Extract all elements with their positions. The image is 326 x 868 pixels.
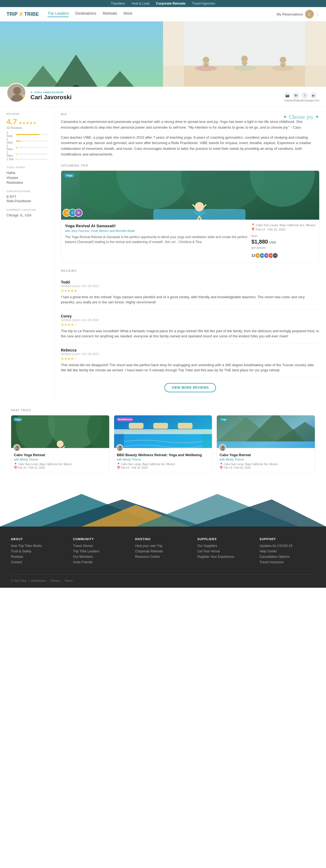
nav-links: Trip Leaders Destinations Retreats More <box>47 11 276 17</box>
content-area: Bio ✦ Choose joy ✦ Cassandra is an exper… <box>54 107 326 403</box>
reviewer-meta-3: Verified Guest • Oct 28 2019 <box>61 352 320 355</box>
calendar-icon: 📅 <box>251 228 255 231</box>
logo[interactable]: TRIP X TRIBE <box>6 11 39 17</box>
trip-hosts: with Joey Pecchia, Cindy Menten and Mich… <box>65 229 248 232</box>
calendar-icon-3: 📅 <box>220 466 223 469</box>
bar-fill-4 <box>16 141 21 142</box>
review-1: Todd Verified Guest • Oct 28 2019 ★★★★★ … <box>61 276 320 310</box>
trip-price: $1,880 <box>251 239 268 245</box>
trip-info: Yoga Revival At Samasati! with Joey Pecc… <box>65 223 248 258</box>
footer-about-title: ABOUT <box>11 537 67 541</box>
footer-invite-friends[interactable]: Invite Friends <box>73 560 129 564</box>
topbar-host[interactable]: Host & Lead <box>131 2 150 5</box>
svg-point-84 <box>119 446 122 448</box>
hero-side-images <box>163 22 326 87</box>
footer-cancellation[interactable]: Cancellation Options <box>259 555 315 559</box>
svg-point-31 <box>203 57 209 63</box>
bar-2star: 2 Stars <box>6 151 47 157</box>
rating-stars: ★★★★★ <box>19 121 36 125</box>
bar-3star: 3 Stars <box>6 145 47 151</box>
footer-resource-centre[interactable]: Resource Centre <box>135 555 191 559</box>
footer-host-trip[interactable]: Host your own Trip <box>135 544 191 548</box>
footer-contact[interactable]: Contact <box>11 560 67 564</box>
footer-how-it-works[interactable]: How Trip Tribe Works <box>11 544 67 548</box>
footer-list-venue[interactable]: List Your Venue <box>197 549 253 553</box>
past-trip-host-1: with Mindy Thorne <box>14 458 106 461</box>
past-trip-image-2: Mindfulness <box>114 415 212 448</box>
location-label: CURRENT LOCATION <box>6 209 47 211</box>
past-trip-title-3: Cabo Yoga Retreat <box>220 453 312 457</box>
svg-point-70 <box>57 440 64 447</box>
yoga-type-restorative[interactable]: Restorative <box>6 181 47 185</box>
reviews-sidebar: REVIEWS 4.7 ★★★★★ 32 Reviews 5 Stars 4 S… <box>6 113 47 161</box>
footer-register-experience[interactable]: Register Your Experience <box>197 555 253 559</box>
youtube-icon[interactable]: ▶ <box>310 92 317 99</box>
yoga-type-vinyasa[interactable]: Vinyasa <box>6 176 47 180</box>
footer-our-members[interactable]: Our Members <box>73 555 129 559</box>
footer-tribe-leaders[interactable]: Trip Tribe Leaders <box>73 549 129 553</box>
past-trip-avatar-3 <box>219 444 226 451</box>
trip-card[interactable]: Yoga <box>61 170 320 262</box>
past-trip-location-2: 📍 Cabo San Lucas, Baja California Sur, M… <box>117 463 209 466</box>
past-trip-1[interactable]: Yoga Cabo Yoga Retrea <box>11 415 109 472</box>
nav-retreats[interactable]: Retreats <box>103 11 117 17</box>
footer-reviews[interactable]: Reviews <box>11 555 67 559</box>
past-trip-tag-2: Mindfulness <box>116 417 134 421</box>
location-pin-icon-2: 📍 <box>117 463 120 466</box>
footer-travel-insurance[interactable]: Travel Insurance <box>259 560 315 564</box>
past-trip-avatar-2 <box>116 444 123 451</box>
svg-rect-26 <box>305 22 326 87</box>
footer-privacy[interactable]: Privacy <box>50 579 60 582</box>
view-more-reviews-button[interactable]: VIEW MORE REVIEWS <box>164 383 216 392</box>
going-avatars: A B C D +7 <box>256 252 278 258</box>
bar-fill-3 <box>16 147 18 148</box>
trip-meta: 📍 Cabo San Lucas, Baja California Sur, M… <box>251 223 316 258</box>
nav-trip-leaders[interactable]: Trip Leaders <box>47 11 69 17</box>
svg-point-32 <box>241 56 248 62</box>
past-trip-2[interactable]: Mindfulness <box>114 415 213 472</box>
footer-travel-stories[interactable]: Travel Stories <box>73 544 129 548</box>
past-trip-host-3: with Mindy Thorne <box>220 458 312 461</box>
svg-rect-81 <box>153 423 168 429</box>
trip-hosts-link[interactable]: Joey Pecchia, Cindy Menten and Michelle … <box>71 229 135 232</box>
footer-covid-updates[interactable]: Updates for COVID-19 <box>259 544 315 548</box>
twitter-icon[interactable]: 🐦 <box>293 92 299 99</box>
copyright: © Trip Tribe ☺ Adventures <box>11 579 46 582</box>
hero-image-yoga <box>163 22 326 87</box>
nav-destinations[interactable]: Destinations <box>75 11 96 17</box>
nav-more[interactable]: More <box>124 11 132 17</box>
reviewer-name-1: Todd <box>61 280 320 284</box>
going-avatar-more: +7 <box>272 252 278 258</box>
footer-corporate-retreats[interactable]: Corporate Retreats <box>135 549 191 553</box>
nav-menu-icon[interactable]: ⋮ <box>316 12 320 16</box>
profile-name: Cari Javoroski <box>30 94 284 101</box>
user-avatar[interactable]: C <box>305 10 314 19</box>
my-reservations-link[interactable]: My Reservations <box>276 12 303 16</box>
cert-eryt: E-RYT <box>6 195 47 199</box>
review-2: Corey Verified Guest • Oct 28 2019 ★★★★☆… <box>61 310 320 344</box>
footer-terms[interactable]: Terms <box>64 579 72 582</box>
review-stars-2: ★★★★☆ <box>61 323 320 327</box>
trip-details: Yoga Revival At Samasati! with Joey Pecc… <box>61 220 319 262</box>
bio-text-1: Cassandra is an experienced and passiona… <box>61 119 320 130</box>
review-stars-3: ★★★★☆ <box>61 356 320 361</box>
topbar-agencies[interactable]: Travel Agencies <box>192 2 215 5</box>
ambassador-icon: ✦ <box>30 91 33 94</box>
yoga-types-label: YOGA TYPES <box>6 166 47 169</box>
footer-help-center[interactable]: Help Center <box>259 549 315 553</box>
yoga-type-hatha[interactable]: Hatha <box>6 171 47 175</box>
instagram-icon[interactable]: 📷 <box>284 92 291 99</box>
facebook-icon[interactable]: f <box>301 92 308 99</box>
past-trip-info-2: BBD Beauty Wellness Retreat: Yoga and We… <box>114 448 212 472</box>
footer-our-suppliers[interactable]: Our Suppliers <box>197 544 253 548</box>
calendar-icon-2: 📅 <box>117 466 120 469</box>
past-trip-location-3: 📍 Cabo San Lucas, Baja California Sur, M… <box>220 463 312 466</box>
past-trips-heading: PAST TRIPS <box>11 409 315 412</box>
footer-trust-safety[interactable]: Trust & Safety <box>11 549 67 553</box>
past-trip-info-3: Cabo Yoga Retreat with Mindy Thorne 📍 Ca… <box>217 448 315 472</box>
topbar-corporate[interactable]: Corporate Retreats <box>156 2 186 5</box>
past-trip-3[interactable]: Yoga <box>217 415 315 472</box>
past-trip-dates-3: 📅 Feb 13 - Feb 16, 2020 <box>220 466 312 469</box>
past-trip-title-1: Cabo Yoga Retreat <box>14 453 106 457</box>
topbar-travellers[interactable]: Travellers <box>111 2 125 5</box>
